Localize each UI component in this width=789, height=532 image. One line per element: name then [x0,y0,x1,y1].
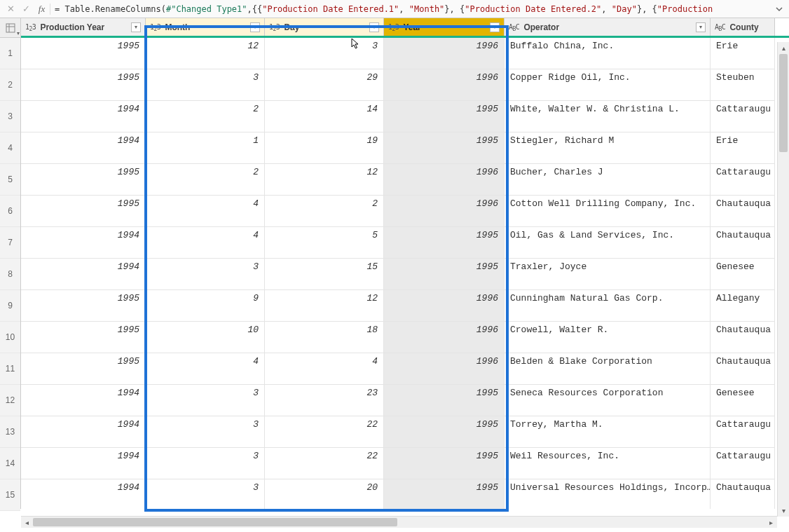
cell-production-year[interactable]: 1995 [21,69,146,101]
cell-production-year[interactable]: 1994 [21,259,146,290]
cell-month[interactable]: 4 [146,196,265,227]
cell-day[interactable]: 20 [265,479,384,509]
cell-year[interactable]: 1996 [384,290,505,322]
table-row[interactable]: 19943201995Universal Resources Holdings,… [21,479,789,509]
cell-year[interactable]: 1995 [384,259,505,290]
cell-day[interactable]: 23 [265,385,384,416]
cell-county[interactable]: Steuben [711,69,775,101]
cell-operator[interactable]: Weil Resources, Inc. [505,448,711,479]
cell-year[interactable]: 1996 [384,164,505,196]
cell-month[interactable]: 4 [146,353,265,385]
table-row[interactable]: 19943221995Torrey, Martha M.Cattaraugu [21,416,789,448]
table-row[interactable]: 1995441996Belden & Blake CorporationChau… [21,353,789,385]
cell-county[interactable]: Cattaraugu [711,164,775,196]
cell-production-year[interactable]: 1994 [21,227,146,259]
cell-operator[interactable]: Traxler, Joyce [505,259,711,290]
cell-county[interactable]: Allegany [711,290,775,322]
cancel-formula-button[interactable]: ✕ [3,1,18,17]
column-header-month[interactable]: 123 Month ▾ [146,18,265,36]
vertical-scrollbar[interactable]: ▴ ▾ [777,42,789,517]
filter-button[interactable]: ▾ [250,22,260,32]
formula-input[interactable]: = Table.RenameColumns(#"Changed Type1",{… [55,4,772,14]
cell-year[interactable]: 1995 [384,385,505,416]
cell-county[interactable]: Genesee [711,385,775,416]
cell-year[interactable]: 1996 [384,353,505,385]
row-number[interactable]: 12 [0,385,20,416]
cell-county[interactable]: Erie [711,132,775,164]
cell-day[interactable]: 22 [265,416,384,448]
table-row[interactable]: 19943151995Traxler, JoyceGenesee [21,259,789,290]
table-row[interactable]: 19942141995White, Walter W. & Christina … [21,101,789,132]
scroll-track[interactable] [33,517,765,528]
table-row[interactable]: 19953291996Copper Ridge Oil, Inc.Steuben [21,69,789,101]
scroll-track[interactable] [778,54,789,505]
cell-operator[interactable]: Torrey, Martha M. [505,416,711,448]
cell-day[interactable]: 5 [265,227,384,259]
cell-month[interactable]: 2 [146,164,265,196]
table-row[interactable]: 199510181996Crowell, Walter R.Chautauqua [21,322,789,353]
cell-day[interactable]: 12 [265,290,384,322]
cell-county[interactable]: Chautauqua [711,353,775,385]
row-number[interactable]: 11 [0,353,20,385]
cell-county[interactable]: Chautauqua [711,322,775,353]
row-number[interactable]: 3 [0,101,20,132]
scroll-thumb[interactable] [33,518,397,526]
scroll-up-button[interactable]: ▴ [778,42,790,54]
cell-month[interactable]: 3 [146,385,265,416]
cell-month[interactable]: 1 [146,132,265,164]
row-number[interactable]: 4 [0,132,20,164]
cell-operator[interactable]: Seneca Resources Corporation [505,385,711,416]
cell-operator[interactable]: Belden & Blake Corporation [505,353,711,385]
row-number[interactable]: 14 [0,448,20,479]
cell-production-year[interactable]: 1995 [21,164,146,196]
cell-year[interactable]: 1995 [384,416,505,448]
cell-operator[interactable]: Buffalo China, Inc. [505,38,711,69]
filter-button[interactable]: ▾ [131,22,141,32]
cell-year[interactable]: 1996 [384,38,505,69]
cell-production-year[interactable]: 1994 [21,101,146,132]
row-number[interactable]: 9 [0,290,20,322]
cell-day[interactable]: 29 [265,69,384,101]
cell-production-year[interactable]: 1994 [21,385,146,416]
confirm-formula-button[interactable]: ✓ [18,1,34,17]
row-number[interactable]: 10 [0,322,20,353]
table-row[interactable]: 19952121996Bucher, Charles JCattaraugu [21,164,789,196]
cell-year[interactable]: 1995 [384,448,505,479]
row-number[interactable]: 1 [0,38,20,69]
cell-day[interactable]: 18 [265,322,384,353]
cell-month[interactable]: 9 [146,290,265,322]
cell-year[interactable]: 1995 [384,227,505,259]
cell-county[interactable]: Cattaraugu [711,101,775,132]
cell-month[interactable]: 3 [146,448,265,479]
cell-operator[interactable]: Bucher, Charles J [505,164,711,196]
column-header-county[interactable]: ABC County [711,18,775,36]
cell-year[interactable]: 1995 [384,101,505,132]
filter-button[interactable]: ▾ [369,22,379,32]
cell-production-year[interactable]: 1995 [21,322,146,353]
column-header-operator[interactable]: ABC Operator ▾ [505,18,711,36]
cell-year[interactable]: 1995 [384,132,505,164]
cell-month[interactable]: 3 [146,479,265,509]
cell-day[interactable]: 12 [265,164,384,196]
cell-production-year[interactable]: 1995 [21,196,146,227]
row-number[interactable]: 15 [0,479,20,511]
cell-county[interactable]: Chautauqua [711,479,775,509]
table-row[interactable]: 19951231996Buffalo China, Inc.Erie [21,38,789,69]
horizontal-scrollbar[interactable]: ◂ ▸ [21,516,777,528]
cell-month[interactable]: 4 [146,227,265,259]
cell-county[interactable]: Chautauqua [711,227,775,259]
cell-month[interactable]: 3 [146,69,265,101]
column-header-production-year[interactable]: 123 Production Year ▾ [21,18,146,36]
cell-operator[interactable]: Cunningham Natural Gas Corp. [505,290,711,322]
scroll-right-button[interactable]: ▸ [765,517,777,528]
row-number[interactable]: 6 [0,196,20,227]
row-number[interactable]: 8 [0,259,20,290]
cell-production-year[interactable]: 1995 [21,353,146,385]
cell-day[interactable]: 2 [265,196,384,227]
scroll-thumb[interactable] [779,54,788,152]
filter-button[interactable]: ▾ [696,22,706,32]
scroll-left-button[interactable]: ◂ [21,517,33,528]
table-row[interactable]: 19959121996Cunningham Natural Gas Corp.A… [21,290,789,322]
cell-day[interactable]: 19 [265,132,384,164]
cell-year[interactable]: 1996 [384,196,505,227]
